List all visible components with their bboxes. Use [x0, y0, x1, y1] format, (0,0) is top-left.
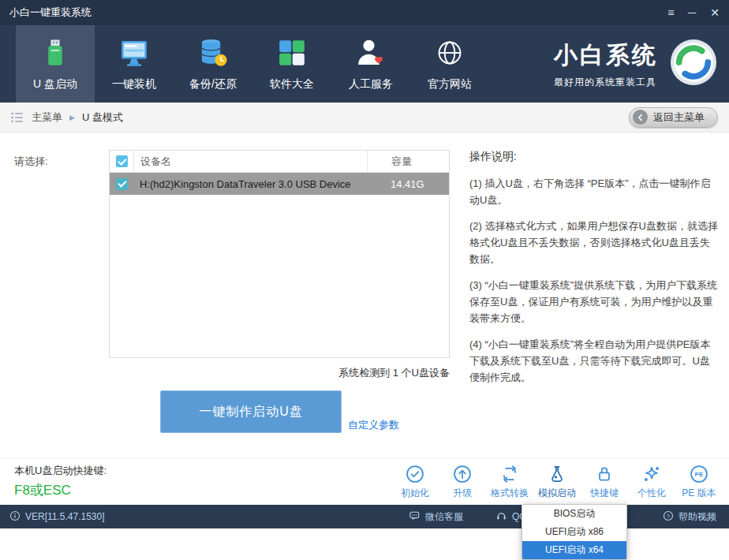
tool-label: 初始化: [401, 487, 429, 500]
question-icon: ?: [663, 510, 674, 524]
globe-icon: [435, 37, 465, 72]
tool-label: 个性化: [637, 487, 666, 500]
hotkey-label: 本机U盘启动快捷键:: [14, 464, 107, 478]
instruction-step: (2) 选择格式化方式，如果用户想保存U盘数据，就选择格式化U盘且不丢失数据，否…: [469, 218, 719, 267]
hotkey-info: 本机U盘启动快捷键: F8或ESC: [14, 464, 107, 499]
wechat-chat-icon: [409, 510, 421, 524]
tool-initialize[interactable]: 初始化: [391, 464, 439, 500]
svg-text:PE: PE: [695, 471, 704, 478]
brand-name: 小白系统: [554, 39, 658, 72]
dropdown-item-uefi-x64[interactable]: UEFI启动 x64: [522, 541, 626, 559]
support-person-icon: [355, 37, 387, 72]
software-grid-icon: [277, 37, 307, 72]
nav-item-software[interactable]: 软件大全: [252, 25, 331, 103]
instructions-panel: 操作说明: (1) 插入U盘，右下角选择 “PE版本”，点击一键制作启动U盘。 …: [469, 150, 719, 395]
tool-format-convert[interactable]: 格式转换: [486, 464, 533, 500]
tool-upgrade[interactable]: 升级: [439, 464, 486, 500]
custom-params-link[interactable]: 自定义参数: [348, 418, 399, 432]
simulate-boot-dropdown: BIOS启动 UEFI启动 x86 UEFI启动 x64: [522, 504, 627, 560]
column-header-device: 设备名: [133, 151, 367, 172]
dropdown-item-bios[interactable]: BIOS启动: [522, 505, 626, 523]
instruction-step: (3) “小白一键重装系统”提供系统下载，为用户下载系统保存至U盘，保证用户有系…: [469, 277, 719, 327]
select-all-checkbox[interactable]: [116, 155, 128, 167]
monitor-icon: [118, 37, 150, 72]
breadcrumb-current: U 盘模式: [82, 110, 123, 125]
menu-icon[interactable]: ≡: [667, 7, 674, 18]
nav-label: 软件大全: [270, 77, 314, 91]
nav-label: 备份/还原: [189, 77, 237, 91]
hotkey-lock-icon: [594, 464, 615, 484]
tool-hotkeys[interactable]: 快捷键: [581, 464, 628, 500]
device-name-cell: H:(hd2)Kingston DataTraveler 3.0 USB Dev…: [133, 178, 367, 190]
bottom-toolbar: 本机U盘启动快捷键: F8或ESC 初始化 升级: [0, 457, 729, 505]
window-controls: ≡ ─ ✕: [667, 7, 720, 18]
tool-label: 升级: [453, 487, 472, 500]
tool-pe-version[interactable]: PE PE 版本: [675, 464, 723, 500]
back-to-main-menu-button[interactable]: 返回主菜单: [629, 107, 718, 128]
tool-personalize[interactable]: 个性化: [628, 464, 675, 500]
hotkey-value: F8或ESC: [14, 481, 107, 499]
version-text: VER[11.5.47.1530]: [25, 511, 105, 522]
wechat-support-link[interactable]: 微信客服: [409, 505, 463, 528]
qq-headset-icon: [495, 510, 507, 524]
instructions-title: 操作说明:: [469, 150, 719, 164]
chevron-right-icon: ▶: [69, 114, 75, 121]
breadcrumb: 主菜单 ▶ U 盘模式 返回主菜单: [0, 103, 729, 133]
capacity-cell: 14.41G: [367, 178, 449, 190]
select-label: 请选择:: [14, 155, 48, 169]
device-table: 设备名 容量 H:(hd2)Kingston DataTraveler 3.0 …: [109, 150, 450, 358]
upgrade-arrow-icon: [452, 464, 473, 484]
simulate-boot-flask-icon: [547, 464, 567, 484]
tool-label: 快捷键: [590, 487, 619, 500]
backup-restore-icon: [197, 37, 229, 72]
nav-label: 一键装机: [112, 77, 156, 91]
back-arrow-icon: [633, 110, 648, 125]
nav-item-support[interactable]: 人工服务: [331, 25, 410, 103]
nav-item-website[interactable]: 官方网站: [410, 25, 489, 103]
brand-area: 小白系统 最好用的系统重装工具: [554, 25, 729, 103]
tool-buttons: 初始化 升级 格式转换: [391, 464, 729, 500]
version-info: VER[11.5.47.1530]: [9, 505, 105, 528]
usb-drive-icon: [40, 37, 70, 72]
titlebar: 小白一键重装系统 ≡ ─ ✕: [0, 0, 729, 25]
detect-status-text: 系统检测到 1 个U盘设备: [338, 366, 450, 380]
format-convert-icon: [499, 464, 520, 484]
wechat-label: 微信客服: [425, 510, 463, 524]
nav-item-one-click-install[interactable]: 一键装机: [95, 25, 174, 103]
help-video-link[interactable]: ? 帮助视频: [663, 505, 716, 528]
tool-label: PE 版本: [682, 487, 716, 500]
brand-logo-icon: [669, 38, 718, 90]
brand-slogan: 最好用的系统重装工具: [554, 76, 658, 89]
nav-item-usb-boot[interactable]: U 盘启动: [16, 25, 95, 103]
main-nav: U 盘启动 一键装机: [0, 25, 729, 103]
app-window: 小白一键重装系统 ≡ ─ ✕ U 盘启动: [0, 0, 729, 528]
pe-version-icon: PE: [689, 464, 709, 484]
svg-text:?: ?: [667, 513, 670, 518]
minimize-icon[interactable]: ─: [688, 7, 696, 18]
window-title: 小白一键重装系统: [9, 6, 92, 20]
table-row[interactable]: H:(hd2)Kingston DataTraveler 3.0 USB Dev…: [110, 173, 449, 195]
instruction-step: (4) “小白一键重装系统”将全程自动为用户提供PE版本下载及系统下载至U盘，只…: [469, 336, 719, 386]
dropdown-item-uefi-x86[interactable]: UEFI启动 x86: [522, 523, 626, 541]
nav-label: 官方网站: [428, 77, 472, 91]
nav-label: 人工服务: [349, 77, 393, 91]
make-boot-usb-button[interactable]: 一键制作启动U盘: [160, 390, 342, 433]
row-checkbox[interactable]: [116, 178, 128, 190]
info-icon: [9, 510, 21, 524]
tool-label: 模拟启动: [538, 487, 576, 500]
personalize-star-icon: [641, 464, 662, 484]
table-header: 设备名 容量: [110, 151, 449, 173]
tool-label: 格式转换: [491, 487, 529, 500]
close-icon[interactable]: ✕: [710, 7, 720, 18]
breadcrumb-main-menu[interactable]: 主菜单: [32, 110, 62, 125]
nav-label: U 盘启动: [33, 77, 77, 91]
nav-item-backup-restore[interactable]: 备份/还原: [174, 25, 252, 103]
back-button-label: 返回主菜单: [653, 110, 705, 125]
init-check-icon: [405, 464, 425, 484]
main-content: 请选择: 设备名 容量 H:(hd2)Kingston DataTraveler…: [0, 133, 729, 457]
instruction-step: (1) 插入U盘，右下角选择 “PE版本”，点击一键制作启动U盘。: [469, 175, 719, 208]
help-label: 帮助视频: [679, 510, 716, 524]
tool-simulate-boot[interactable]: 模拟启动: [533, 464, 581, 500]
column-header-capacity: 容量: [367, 151, 449, 172]
list-icon: [11, 112, 24, 123]
